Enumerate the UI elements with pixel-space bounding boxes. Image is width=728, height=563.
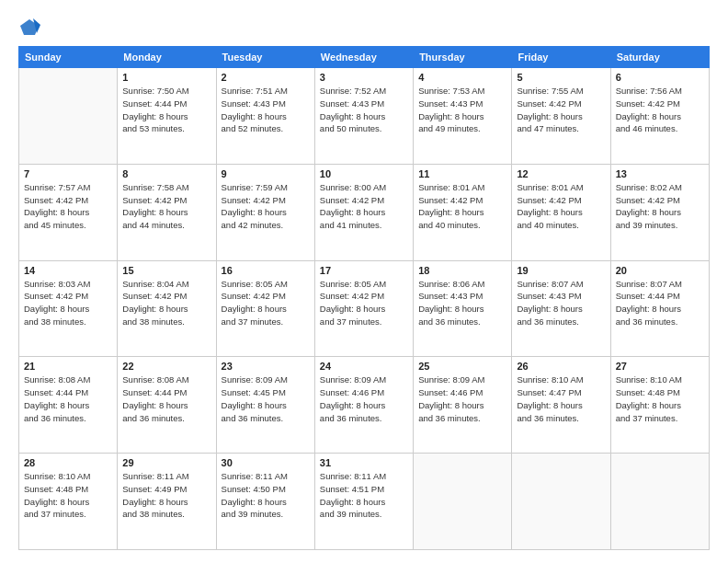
day-of-week-header: Wednesday [314, 47, 413, 68]
day-number: 14 [24, 265, 112, 276]
calendar-cell [512, 454, 610, 550]
calendar-cell: 31Sunrise: 8:11 AM Sunset: 4:51 PM Dayli… [314, 454, 413, 550]
day-number: 19 [517, 265, 605, 276]
day-info: Sunrise: 8:07 AM Sunset: 4:43 PM Dayligh… [517, 278, 605, 328]
day-number: 4 [418, 72, 506, 83]
logo-text [18, 17, 40, 37]
day-number: 7 [24, 168, 112, 179]
calendar-cell: 6Sunrise: 7:56 AM Sunset: 4:42 PM Daylig… [610, 68, 709, 165]
calendar-table: SundayMondayTuesdayWednesdayThursdayFrid… [18, 46, 710, 550]
calendar-cell: 28Sunrise: 8:10 AM Sunset: 4:48 PM Dayli… [19, 454, 118, 550]
day-info: Sunrise: 7:53 AM Sunset: 4:43 PM Dayligh… [418, 85, 506, 135]
day-number: 10 [320, 168, 408, 179]
calendar-cell: 13Sunrise: 8:02 AM Sunset: 4:42 PM Dayli… [610, 164, 709, 260]
logo-icon [20, 17, 40, 37]
day-info: Sunrise: 8:08 AM Sunset: 4:44 PM Dayligh… [24, 373, 112, 424]
calendar-cell: 23Sunrise: 8:09 AM Sunset: 4:45 PM Dayli… [216, 357, 314, 454]
day-info: Sunrise: 8:05 AM Sunset: 4:42 PM Dayligh… [222, 278, 310, 328]
day-number: 15 [122, 265, 210, 276]
day-info: Sunrise: 8:05 AM Sunset: 4:42 PM Dayligh… [320, 278, 408, 328]
day-info: Sunrise: 8:10 AM Sunset: 4:48 PM Dayligh… [616, 373, 704, 424]
calendar-week-row: 28Sunrise: 8:10 AM Sunset: 4:48 PM Dayli… [19, 454, 710, 550]
day-info: Sunrise: 8:00 AM Sunset: 4:42 PM Dayligh… [320, 181, 408, 232]
day-number: 1 [122, 72, 210, 83]
day-of-week-header: Saturday [610, 47, 709, 68]
day-number: 27 [616, 361, 704, 372]
calendar-cell: 3Sunrise: 7:52 AM Sunset: 4:43 PM Daylig… [314, 68, 413, 165]
day-number: 6 [616, 72, 704, 83]
day-number: 23 [222, 361, 310, 372]
day-of-week-header: Tuesday [216, 47, 314, 68]
calendar-cell: 2Sunrise: 7:51 AM Sunset: 4:43 PM Daylig… [216, 68, 314, 165]
header-row: SundayMondayTuesdayWednesdayThursdayFrid… [19, 47, 710, 68]
day-number: 21 [24, 361, 112, 372]
day-info: Sunrise: 7:57 AM Sunset: 4:42 PM Dayligh… [24, 181, 112, 232]
page: SundayMondayTuesdayWednesdayThursdayFrid… [0, 0, 728, 563]
calendar-cell: 29Sunrise: 8:11 AM Sunset: 4:49 PM Dayli… [118, 454, 216, 550]
day-info: Sunrise: 8:07 AM Sunset: 4:44 PM Dayligh… [616, 278, 704, 328]
day-number: 3 [320, 72, 408, 83]
calendar-week-row: 21Sunrise: 8:08 AM Sunset: 4:44 PM Dayli… [19, 357, 710, 454]
day-number: 13 [616, 168, 704, 179]
day-number: 17 [320, 265, 408, 276]
day-info: Sunrise: 8:09 AM Sunset: 4:46 PM Dayligh… [320, 373, 408, 424]
calendar-cell [610, 454, 709, 550]
day-info: Sunrise: 8:09 AM Sunset: 4:45 PM Dayligh… [222, 373, 310, 424]
day-number: 24 [320, 361, 408, 372]
calendar-body: 1Sunrise: 7:50 AM Sunset: 4:44 PM Daylig… [19, 68, 710, 550]
logo [18, 17, 40, 37]
day-number: 12 [517, 168, 605, 179]
day-info: Sunrise: 8:01 AM Sunset: 4:42 PM Dayligh… [418, 181, 506, 232]
calendar-cell: 11Sunrise: 8:01 AM Sunset: 4:42 PM Dayli… [414, 164, 512, 260]
day-info: Sunrise: 8:02 AM Sunset: 4:42 PM Dayligh… [616, 181, 704, 232]
calendar-cell: 22Sunrise: 8:08 AM Sunset: 4:44 PM Dayli… [118, 357, 216, 454]
calendar-week-row: 1Sunrise: 7:50 AM Sunset: 4:44 PM Daylig… [19, 68, 710, 165]
day-number: 5 [517, 72, 605, 83]
calendar-cell: 26Sunrise: 8:10 AM Sunset: 4:47 PM Dayli… [512, 357, 610, 454]
calendar-cell: 1Sunrise: 7:50 AM Sunset: 4:44 PM Daylig… [118, 68, 216, 165]
day-info: Sunrise: 7:58 AM Sunset: 4:42 PM Dayligh… [122, 181, 210, 232]
day-info: Sunrise: 8:03 AM Sunset: 4:42 PM Dayligh… [24, 278, 112, 328]
calendar-header: SundayMondayTuesdayWednesdayThursdayFrid… [19, 47, 710, 68]
calendar-cell: 5Sunrise: 7:55 AM Sunset: 4:42 PM Daylig… [512, 68, 610, 165]
calendar-cell: 19Sunrise: 8:07 AM Sunset: 4:43 PM Dayli… [512, 260, 610, 357]
day-number: 16 [222, 265, 310, 276]
day-number: 18 [418, 265, 506, 276]
calendar-cell: 9Sunrise: 7:59 AM Sunset: 4:42 PM Daylig… [216, 164, 314, 260]
calendar-cell: 20Sunrise: 8:07 AM Sunset: 4:44 PM Dayli… [610, 260, 709, 357]
day-of-week-header: Monday [118, 47, 216, 68]
calendar-cell: 30Sunrise: 8:11 AM Sunset: 4:50 PM Dayli… [216, 454, 314, 550]
day-number: 20 [616, 265, 704, 276]
day-number: 26 [517, 361, 605, 372]
calendar-cell: 27Sunrise: 8:10 AM Sunset: 4:48 PM Dayli… [610, 357, 709, 454]
calendar-cell: 14Sunrise: 8:03 AM Sunset: 4:42 PM Dayli… [19, 260, 118, 357]
day-info: Sunrise: 8:10 AM Sunset: 4:48 PM Dayligh… [24, 470, 112, 521]
calendar-cell: 18Sunrise: 8:06 AM Sunset: 4:43 PM Dayli… [414, 260, 512, 357]
day-info: Sunrise: 7:56 AM Sunset: 4:42 PM Dayligh… [616, 85, 704, 135]
calendar-cell: 24Sunrise: 8:09 AM Sunset: 4:46 PM Dayli… [314, 357, 413, 454]
day-info: Sunrise: 7:55 AM Sunset: 4:42 PM Dayligh… [517, 85, 605, 135]
calendar-cell: 7Sunrise: 7:57 AM Sunset: 4:42 PM Daylig… [19, 164, 118, 260]
day-info: Sunrise: 7:59 AM Sunset: 4:42 PM Dayligh… [222, 181, 310, 232]
day-number: 2 [222, 72, 310, 83]
day-info: Sunrise: 8:09 AM Sunset: 4:46 PM Dayligh… [418, 373, 506, 424]
calendar-cell: 10Sunrise: 8:00 AM Sunset: 4:42 PM Dayli… [314, 164, 413, 260]
day-of-week-header: Friday [512, 47, 610, 68]
day-info: Sunrise: 8:11 AM Sunset: 4:51 PM Dayligh… [320, 470, 408, 521]
header [18, 17, 710, 37]
day-info: Sunrise: 8:11 AM Sunset: 4:49 PM Dayligh… [122, 470, 210, 521]
day-number: 8 [122, 168, 210, 179]
calendar-cell: 17Sunrise: 8:05 AM Sunset: 4:42 PM Dayli… [314, 260, 413, 357]
calendar-cell: 8Sunrise: 7:58 AM Sunset: 4:42 PM Daylig… [118, 164, 216, 260]
day-number: 29 [122, 457, 210, 468]
day-info: Sunrise: 7:51 AM Sunset: 4:43 PM Dayligh… [222, 85, 310, 135]
day-info: Sunrise: 8:06 AM Sunset: 4:43 PM Dayligh… [418, 278, 506, 328]
calendar-week-row: 14Sunrise: 8:03 AM Sunset: 4:42 PM Dayli… [19, 260, 710, 357]
day-number: 31 [320, 457, 408, 468]
day-number: 28 [24, 457, 112, 468]
calendar-cell: 12Sunrise: 8:01 AM Sunset: 4:42 PM Dayli… [512, 164, 610, 260]
calendar-cell [19, 68, 118, 165]
calendar-cell: 25Sunrise: 8:09 AM Sunset: 4:46 PM Dayli… [414, 357, 512, 454]
calendar-cell: 15Sunrise: 8:04 AM Sunset: 4:42 PM Dayli… [118, 260, 216, 357]
calendar-cell [414, 454, 512, 550]
